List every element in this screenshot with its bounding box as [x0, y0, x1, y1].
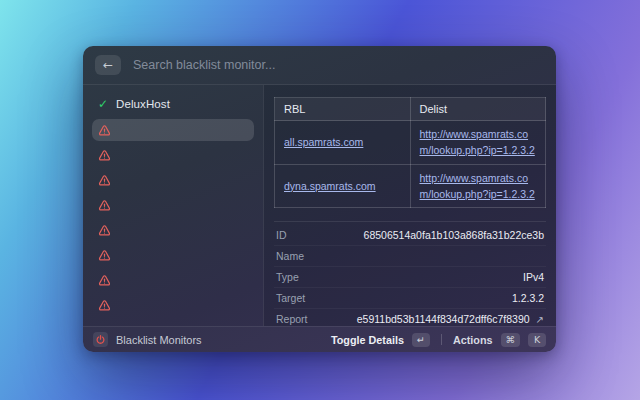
metadata-row-target: Target 1.2.3.2	[274, 288, 546, 309]
rbl-link[interactable]: dyna.spamrats.com	[284, 180, 376, 192]
footer-bar: Blacklist Monitors Toggle Details ↵ Acti…	[83, 326, 556, 352]
toggle-details-button[interactable]: Toggle Details	[331, 334, 404, 346]
table-row: dyna.spamrats.com http://www.spamrats.co…	[275, 164, 546, 208]
search-input[interactable]	[131, 57, 544, 73]
warning-triangle-icon	[98, 274, 111, 287]
delist-link[interactable]: http://www.spamrats.com/lookup.php?ip=1.…	[420, 172, 535, 200]
list-item-alert[interactable]	[92, 269, 254, 291]
check-icon: ✓	[98, 97, 108, 111]
metadata-row-type: Type IPv4	[274, 267, 546, 288]
warning-triangle-icon	[98, 224, 111, 237]
list-item-alert[interactable]	[92, 144, 254, 166]
delist-link[interactable]: http://www.spamrats.com/lookup.php?ip=1.…	[420, 128, 535, 156]
list-item-alert[interactable]	[92, 294, 254, 316]
metadata-row-id: ID 68506514a0fa1b103a868fa31b22ce3b	[274, 225, 546, 246]
rbl-table: RBL Delist all.spamrats.com http://www.s…	[274, 97, 546, 208]
metadata-row-name: Name	[274, 246, 546, 267]
back-arrow-icon: ←	[103, 58, 113, 72]
warning-triangle-icon	[98, 199, 111, 212]
blacklist-monitor-window: ← ✓ DeluxHost RBL Delist	[83, 46, 556, 352]
list-item-alert[interactable]	[92, 244, 254, 266]
footer-divider	[441, 334, 442, 345]
actions-button[interactable]: Actions	[453, 334, 493, 346]
main-area: ✓ DeluxHost RBL Delist all.spamrats.com …	[83, 85, 556, 326]
warning-triangle-icon	[98, 124, 111, 137]
list-item-alert[interactable]	[92, 119, 254, 141]
metadata-label: Type	[276, 271, 299, 283]
detail-panel: RBL Delist all.spamrats.com http://www.s…	[263, 85, 556, 326]
table-header-row: RBL Delist	[275, 98, 546, 121]
search-bar: ←	[83, 46, 556, 85]
k-key-badge: K	[528, 333, 546, 347]
warning-triangle-icon	[98, 174, 111, 187]
warning-triangle-icon	[98, 149, 111, 162]
metadata-list: ID 68506514a0fa1b103a868fa31b22ce3b Name…	[274, 222, 546, 329]
metadata-label: Target	[276, 292, 305, 304]
power-icon	[96, 335, 105, 344]
table-row: all.spamrats.com http://www.spamrats.com…	[275, 121, 546, 165]
list-item-alert[interactable]	[92, 194, 254, 216]
warning-triangle-icon	[98, 299, 111, 312]
metadata-label: Report	[276, 313, 308, 325]
cmd-key-badge: ⌘	[501, 333, 521, 347]
column-header-delist: Delist	[410, 98, 546, 121]
alert-list	[92, 119, 254, 316]
metadata-label: ID	[276, 229, 287, 241]
sidebar-item-deluxhost[interactable]: ✓ DeluxHost	[92, 93, 254, 115]
sidebar: ✓ DeluxHost	[83, 85, 263, 326]
back-button[interactable]: ←	[95, 55, 121, 75]
report-value[interactable]: e5911bd53b1144f834d72dff6c7f8390 ↗	[357, 313, 544, 325]
warning-triangle-icon	[98, 249, 111, 262]
external-link-icon: ↗	[536, 314, 544, 325]
metadata-value: 1.2.3.2	[512, 292, 544, 304]
column-header-rbl: RBL	[275, 98, 411, 121]
enter-key-badge: ↵	[412, 333, 430, 347]
app-icon	[93, 332, 108, 347]
list-item-alert[interactable]	[92, 169, 254, 191]
app-name-label: Blacklist Monitors	[116, 334, 202, 346]
host-label: DeluxHost	[116, 98, 170, 110]
metadata-label: Name	[276, 250, 304, 262]
list-item-alert[interactable]	[92, 219, 254, 241]
metadata-value: 68506514a0fa1b103a868fa31b22ce3b	[364, 229, 544, 241]
metadata-value: IPv4	[523, 271, 544, 283]
rbl-link[interactable]: all.spamrats.com	[284, 136, 363, 148]
report-hash: e5911bd53b1144f834d72dff6c7f8390	[357, 313, 530, 325]
